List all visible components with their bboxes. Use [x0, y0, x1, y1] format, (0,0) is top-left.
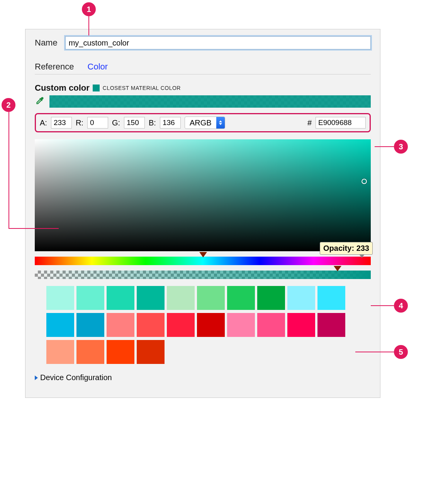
swatch[interactable] [107, 286, 134, 310]
swatch[interactable] [287, 313, 315, 337]
opacity-tooltip: Opacity: 233 [320, 242, 373, 255]
disclosure-triangle-icon [35, 376, 38, 380]
callout-1: 1 [82, 2, 96, 16]
callout-2: 2 [2, 98, 15, 112]
swatch[interactable] [137, 313, 165, 337]
swatch[interactable] [167, 286, 195, 310]
device-configuration-section[interactable]: Device Configuration [35, 373, 371, 382]
swatch[interactable] [257, 313, 285, 337]
swatch[interactable] [227, 313, 255, 337]
color-swatches [46, 286, 371, 364]
closest-material-label: CLOSEST MATERIAL COLOR [103, 85, 181, 91]
swatch[interactable] [317, 286, 345, 310]
swatch[interactable] [257, 286, 285, 310]
color-mode-select[interactable]: ARGB [185, 117, 225, 129]
opacity-tooltip-label: Opacity: [323, 244, 354, 252]
saturation-value-field[interactable] [35, 139, 371, 251]
stepper-icon [216, 117, 225, 129]
swatch[interactable] [107, 340, 134, 364]
swatch[interactable] [46, 313, 74, 337]
opacity-tooltip-value: 233 [356, 244, 369, 252]
swatch[interactable] [227, 286, 255, 310]
swatch[interactable] [167, 313, 195, 337]
preview-row [35, 95, 371, 108]
hue-slider[interactable]: Opacity: 233 [35, 257, 371, 265]
red-input[interactable] [87, 117, 108, 129]
swatch[interactable] [76, 286, 104, 310]
color-mode-value: ARGB [185, 117, 216, 129]
swatch[interactable] [137, 340, 165, 364]
tab-color[interactable]: Color [88, 60, 108, 73]
callout-5: 5 [394, 345, 408, 359]
tab-reference[interactable]: Reference [35, 60, 74, 73]
alpha-label: A: [40, 118, 47, 127]
opacity-slider-handle[interactable] [334, 266, 341, 271]
custom-color-title: Custom color [35, 83, 90, 93]
closest-material-swatch [93, 85, 100, 91]
custom-color-header: Custom color CLOSEST MATERIAL COLOR [35, 83, 371, 93]
opacity-slider[interactable] [35, 271, 371, 279]
blue-label: B: [149, 118, 156, 127]
blue-input[interactable] [160, 117, 181, 129]
swatch[interactable] [76, 340, 104, 364]
swatch[interactable] [317, 313, 345, 337]
red-label: R: [76, 118, 83, 127]
swatch[interactable] [287, 286, 315, 310]
callout-3: 3 [394, 140, 408, 154]
green-input[interactable] [124, 117, 145, 129]
argb-input-row: A: R: G: B: ARGB # [35, 113, 371, 132]
alpha-input[interactable] [51, 117, 72, 129]
green-label: G: [112, 118, 120, 127]
eyedropper-icon[interactable] [35, 96, 45, 108]
swatch[interactable] [46, 286, 74, 310]
color-field-cursor[interactable] [361, 179, 367, 184]
swatch[interactable] [137, 286, 165, 310]
hex-hash: # [307, 118, 312, 127]
hue-slider-handle[interactable] [199, 252, 207, 257]
color-preview-bar [49, 95, 371, 108]
swatch[interactable] [46, 340, 74, 364]
callout-4: 4 [394, 299, 408, 313]
swatch[interactable] [107, 313, 134, 337]
swatch[interactable] [76, 313, 104, 337]
color-editor-panel: Name Reference Color Custom color CLOSES… [25, 29, 380, 398]
swatch[interactable] [197, 313, 225, 337]
device-configuration-label: Device Configuration [40, 373, 112, 382]
name-row: Name [35, 36, 371, 49]
name-label: Name [35, 38, 58, 48]
name-input[interactable] [65, 36, 371, 49]
hex-input[interactable] [316, 117, 366, 129]
swatch[interactable] [197, 286, 225, 310]
tabs: Reference Color [35, 60, 371, 74]
